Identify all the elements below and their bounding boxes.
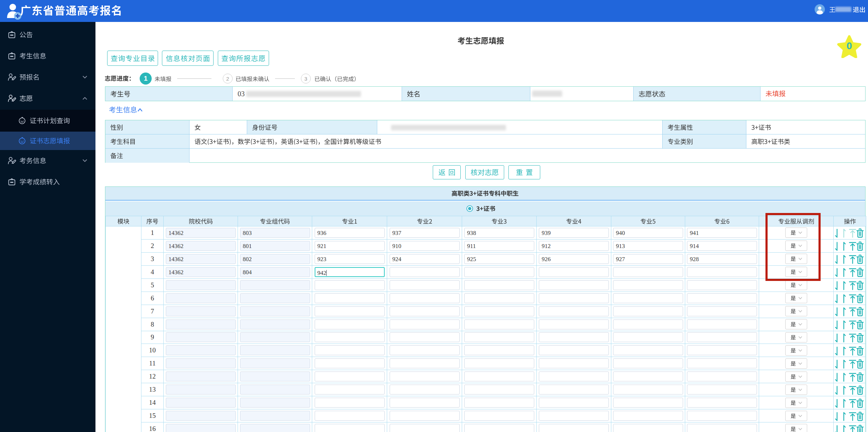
svg-text:0: 0 (846, 40, 852, 51)
